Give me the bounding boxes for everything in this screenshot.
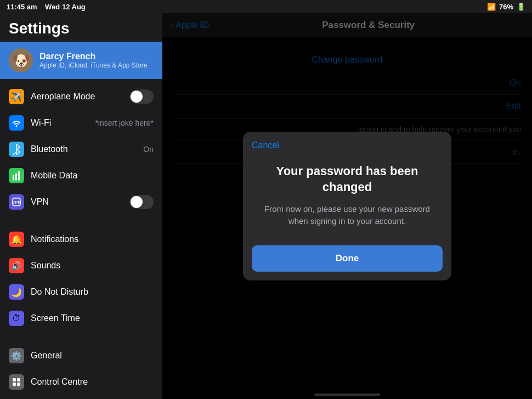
status-bar: 11:45 am Wed 12 Aug 📶 76% 🔋	[0, 0, 532, 13]
modal-overlay[interactable]: Cancel Your password has been changed Fr…	[162, 13, 532, 399]
vpn-toggle-thumb	[131, 196, 143, 208]
general-icon: ⚙️	[9, 348, 24, 363]
bluetooth-label: Bluetooth	[31, 144, 137, 154]
bluetooth-value: On	[143, 145, 154, 154]
sidebar-title: Settings	[0, 13, 162, 42]
battery-icon: 🔋	[517, 3, 525, 11]
vpn-toggle[interactable]	[129, 195, 154, 209]
sidebar-item-do-not-disturb[interactable]: 🌙 Do Not Disturb	[0, 279, 162, 305]
avatar-image: 🐶	[12, 52, 31, 70]
settings-group-display: ⚙️ General Control Centre AA Display & B…	[0, 342, 162, 399]
settings-group-system: 🔔 Notifications 🔊 Sounds 🌙 Do Not Distur…	[0, 226, 162, 331]
svg-rect-5	[13, 378, 16, 381]
wifi-value: *insert joke here*	[95, 119, 154, 127]
sidebar-item-wifi[interactable]: Wi-Fi *insert joke here*	[0, 110, 162, 136]
sounds-icon: 🔊	[9, 258, 24, 273]
sidebar-item-bluetooth[interactable]: Bluetooth On	[0, 136, 162, 162]
mobile-data-label: Mobile Data	[31, 171, 154, 181]
wifi-icon-sidebar	[9, 115, 24, 131]
general-label: General	[31, 351, 154, 361]
sidebar-item-sounds[interactable]: 🔊 Sounds	[0, 252, 162, 279]
control-centre-icon	[9, 374, 24, 390]
svg-rect-6	[17, 378, 20, 381]
modal-title: Your password has been changed	[256, 164, 438, 195]
vpn-icon: VPN	[9, 194, 24, 210]
sounds-label: Sounds	[31, 261, 154, 271]
cancel-button[interactable]: Cancel	[252, 141, 279, 150]
notifications-icon: 🔔	[9, 232, 24, 247]
user-profile[interactable]: 🐶 Darcy French Apple ID, iCloud, iTunes …	[0, 42, 162, 79]
sidebar-item-general[interactable]: ⚙️ General	[0, 342, 162, 369]
status-indicators: 📶 76% 🔋	[487, 3, 525, 11]
mobile-data-icon	[9, 168, 24, 183]
modal-body: Your password has been changed From now …	[243, 150, 451, 245]
aeroplane-mode-toggle-thumb	[131, 91, 143, 103]
notifications-label: Notifications	[31, 234, 154, 244]
avatar: 🐶	[9, 48, 33, 72]
svg-rect-0	[13, 175, 14, 181]
svg-rect-2	[18, 171, 20, 181]
battery-percent: 76%	[499, 3, 513, 11]
svg-rect-1	[15, 173, 17, 181]
sidebar-item-control-centre[interactable]: Control Centre	[0, 369, 162, 395]
screen-time-label: Screen Time	[31, 313, 154, 323]
screen-time-icon: ⏱	[9, 311, 24, 326]
svg-text:VPN: VPN	[12, 200, 21, 205]
control-centre-label: Control Centre	[31, 377, 154, 387]
status-time-date: 11:45 am Wed 12 Aug	[7, 3, 86, 11]
modal-dialog: Cancel Your password has been changed Fr…	[243, 132, 451, 280]
sidebar-item-notifications[interactable]: 🔔 Notifications	[0, 226, 162, 252]
svg-rect-7	[13, 383, 16, 386]
status-time: 11:45 am	[7, 3, 37, 11]
modal-header: Cancel	[243, 132, 451, 150]
svg-rect-8	[17, 383, 20, 386]
bluetooth-icon	[9, 142, 24, 157]
do-not-disturb-label: Do Not Disturb	[31, 287, 154, 297]
sidebar-item-display-brightness[interactable]: AA Display & Brightness	[0, 395, 162, 399]
sidebar-item-aeroplane-mode[interactable]: ✈️ Aeroplane Mode	[0, 83, 162, 110]
aeroplane-mode-label: Aeroplane Mode	[31, 92, 123, 102]
modal-message: From now on, please use your new passwor…	[256, 203, 438, 228]
status-date: Wed 12 Aug	[45, 3, 86, 11]
do-not-disturb-icon: 🌙	[9, 284, 24, 300]
wifi-icon: 📶	[487, 3, 496, 11]
settings-group-connectivity: ✈️ Aeroplane Mode Wi-Fi *insert joke her…	[0, 83, 162, 215]
user-subtitle: Apple ID, iCloud, iTunes & App Store	[39, 61, 147, 69]
vpn-label: VPN	[31, 197, 123, 207]
aeroplane-mode-toggle[interactable]	[129, 89, 154, 104]
user-name: Darcy French	[39, 52, 147, 61]
sidebar: Settings 🐶 Darcy French Apple ID, iCloud…	[0, 13, 162, 399]
modal-footer: Done	[243, 245, 451, 280]
wifi-label: Wi-Fi	[31, 118, 88, 128]
aeroplane-mode-icon: ✈️	[9, 89, 24, 104]
done-button[interactable]: Done	[252, 245, 443, 272]
sidebar-item-vpn[interactable]: VPN VPN	[0, 189, 162, 215]
sidebar-item-screen-time[interactable]: ⏱ Screen Time	[0, 305, 162, 331]
sidebar-item-mobile-data[interactable]: Mobile Data	[0, 162, 162, 189]
user-info: Darcy French Apple ID, iCloud, iTunes & …	[39, 52, 147, 69]
content-area: ‹ Apple ID Password & Security Change pa…	[162, 13, 532, 399]
main-layout: Settings 🐶 Darcy French Apple ID, iCloud…	[0, 13, 532, 399]
